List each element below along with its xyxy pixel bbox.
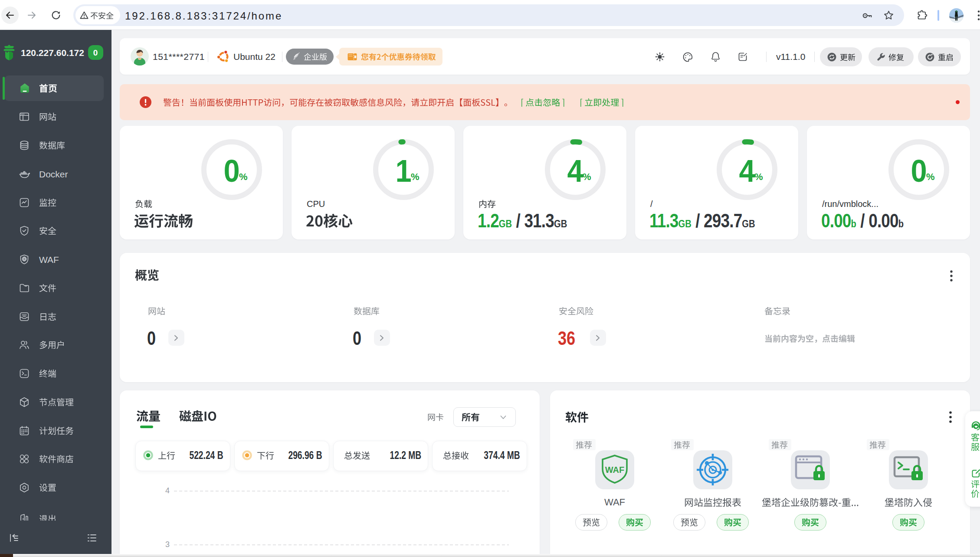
svg-text:WAF: WAF (605, 465, 624, 475)
